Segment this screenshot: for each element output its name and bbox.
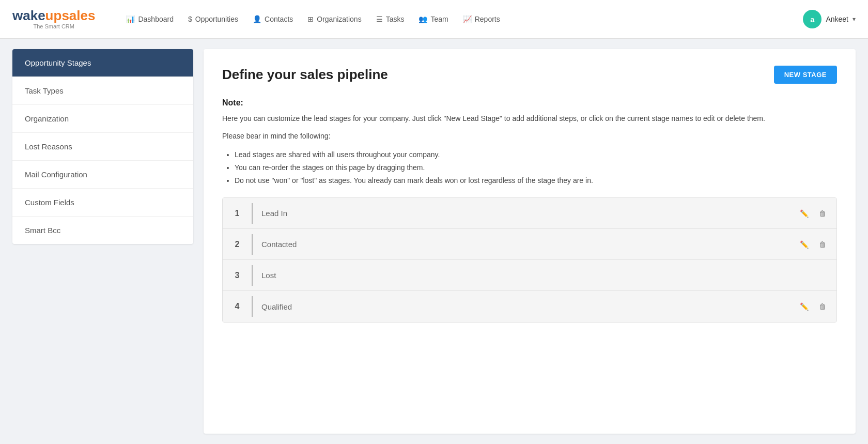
- nav-dashboard-label: Dashboard: [138, 15, 174, 23]
- stage-row: 1Lead In✏️🗑: [223, 198, 836, 229]
- organizations-icon: ⊞: [307, 15, 314, 23]
- logo: wakeupsales The Smart CRM: [12, 9, 95, 29]
- user-name: Ankeet: [826, 15, 848, 23]
- note-section: Note: Here you can customize the lead st…: [222, 98, 837, 187]
- nav-reports[interactable]: 📈 Reports: [457, 11, 506, 27]
- main-content: Define your sales pipeline NEW STAGE Not…: [204, 49, 856, 434]
- nav-organizations[interactable]: ⊞ Organizations: [301, 11, 367, 27]
- sidebar-item-custom-fields[interactable]: Custom Fields: [12, 189, 193, 217]
- stage-actions: ✏️🗑: [798, 238, 836, 251]
- note-label: Note:: [222, 98, 837, 108]
- sidebar-item-smart-bcc[interactable]: Smart Bcc: [12, 217, 193, 244]
- logo-tagline: The Smart CRM: [12, 23, 95, 29]
- stage-number: 2: [223, 240, 252, 249]
- note-text: Here you can customize the lead stages f…: [222, 113, 837, 124]
- opportunities-icon: $: [188, 15, 192, 23]
- stage-number: 3: [223, 271, 252, 280]
- stages-container[interactable]: 1Lead In✏️🗑2Contacted✏️🗑3Lost4Qualified✏…: [222, 197, 837, 323]
- sidebar: Opportunity Stages Task Types Organizati…: [12, 49, 193, 244]
- nav-tasks-label: Tasks: [386, 15, 405, 23]
- delete-stage-icon[interactable]: 🗑: [817, 300, 828, 313]
- edit-stage-icon[interactable]: ✏️: [798, 238, 811, 251]
- stage-name: Lost: [261, 271, 836, 280]
- sidebar-item-lost-reasons[interactable]: Lost Reasons: [12, 133, 193, 161]
- sidebar-item-organization[interactable]: Organization: [12, 105, 193, 133]
- header: wakeupsales The Smart CRM 📊 Dashboard $ …: [0, 0, 868, 39]
- nav-team-label: Team: [430, 15, 448, 23]
- content-header: Define your sales pipeline NEW STAGE: [222, 66, 837, 84]
- stage-actions: ✏️🗑: [798, 300, 836, 313]
- nav-contacts-label: Contacts: [265, 15, 293, 23]
- logo-wake: wake: [12, 8, 45, 23]
- logo-text: wakeupsales: [12, 9, 95, 22]
- stage-name: Qualified: [261, 302, 798, 311]
- nav-contacts[interactable]: 👤 Contacts: [246, 11, 299, 27]
- delete-stage-icon[interactable]: 🗑: [817, 238, 828, 251]
- bear-in-mind-text: Please bear in mind the following:: [222, 130, 837, 142]
- sidebar-item-mail-configuration[interactable]: Mail Configuration: [12, 161, 193, 189]
- stage-number: 4: [223, 302, 252, 311]
- user-menu[interactable]: a Ankeet ▾: [803, 10, 856, 28]
- stage-name: Contacted: [261, 240, 798, 249]
- stage-actions: ✏️🗑: [798, 207, 836, 220]
- stage-row: 2Contacted✏️🗑: [223, 229, 836, 260]
- stage-divider: [252, 296, 253, 317]
- stage-row: 4Qualified✏️🗑: [223, 291, 836, 322]
- edit-stage-icon[interactable]: ✏️: [798, 207, 811, 220]
- sidebar-item-task-types[interactable]: Task Types: [12, 77, 193, 105]
- stage-number: 1: [223, 209, 252, 218]
- nav-reports-label: Reports: [475, 15, 500, 23]
- nav-organizations-label: Organizations: [317, 15, 361, 23]
- bullet-item-3: Do not use "won" or "lost" as stages. Yo…: [235, 174, 837, 187]
- user-chevron-icon: ▾: [853, 16, 856, 23]
- nav-team[interactable]: 👥 Team: [412, 11, 454, 27]
- page-body: Opportunity Stages Task Types Organizati…: [0, 39, 868, 444]
- bullet-item-1: Lead stages are shared with all users th…: [235, 148, 837, 161]
- nav-opportunities-label: Opportunities: [195, 15, 238, 23]
- main-nav: 📊 Dashboard $ Opportunities 👤 Contacts ⊞…: [120, 11, 786, 27]
- nav-dashboard[interactable]: 📊 Dashboard: [120, 11, 180, 27]
- sidebar-item-opportunity-stages[interactable]: Opportunity Stages: [12, 49, 193, 77]
- delete-stage-icon[interactable]: 🗑: [817, 207, 828, 220]
- team-icon: 👥: [419, 15, 427, 23]
- reports-icon: 📈: [463, 15, 472, 23]
- new-stage-button[interactable]: NEW STAGE: [774, 66, 837, 84]
- bullet-item-2: You can re-order the stages on this page…: [235, 161, 837, 174]
- edit-stage-icon[interactable]: ✏️: [798, 300, 811, 313]
- dashboard-icon: 📊: [126, 15, 135, 23]
- stage-divider: [252, 265, 253, 286]
- page-title: Define your sales pipeline: [222, 67, 388, 83]
- avatar: a: [803, 10, 822, 28]
- contacts-icon: 👤: [253, 15, 261, 23]
- tasks-icon: ☰: [376, 15, 383, 23]
- stage-name: Lead In: [261, 209, 798, 218]
- logo-sales: sales: [61, 8, 95, 23]
- nav-tasks[interactable]: ☰ Tasks: [370, 11, 411, 27]
- bullet-list: Lead stages are shared with all users th…: [222, 148, 837, 188]
- stage-divider: [252, 203, 253, 224]
- stage-divider: [252, 234, 253, 255]
- nav-opportunities[interactable]: $ Opportunities: [182, 11, 244, 27]
- logo-up: up: [45, 8, 62, 23]
- stage-row: 3Lost: [223, 260, 836, 291]
